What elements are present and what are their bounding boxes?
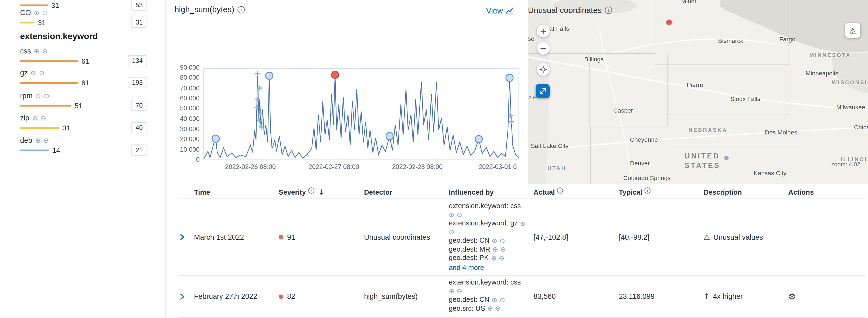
severity-dot <box>279 294 283 299</box>
row-actions-gear-button[interactable]: ⚙ <box>788 292 796 301</box>
facet-item-css: css⊕⊖61134 <box>20 47 147 67</box>
influencer-value: geo.dest: MR <box>449 245 490 254</box>
map-title-row: Unusual coordinates i <box>528 6 612 15</box>
facet-count: 61 <box>82 79 89 87</box>
column-header-time[interactable]: Time <box>194 188 279 196</box>
facet-label: CO <box>20 8 31 17</box>
map-label-state: NEBRASKA <box>689 126 727 133</box>
remove-influencer-filter-icon[interactable]: ⊖ <box>499 255 504 262</box>
add-influencer-filter-icon[interactable]: ⊕ <box>492 297 497 303</box>
map-label-city: Colorado Springs <box>623 175 671 181</box>
facet-value-bar <box>20 5 48 6</box>
remove-filter-icon[interactable]: ⊖ <box>43 137 49 144</box>
zoom-out-button[interactable]: − <box>537 42 550 55</box>
add-influencer-filter-icon[interactable]: ⊕ <box>491 255 496 262</box>
show-more-influencers-link[interactable]: and 4 more <box>449 263 529 271</box>
add-influencer-filter-icon[interactable]: ⊕ <box>492 237 497 244</box>
remove-filter-icon[interactable]: ⊖ <box>42 9 48 16</box>
expand-row-button[interactable] <box>178 293 186 300</box>
x-axis-tick-label: 2022-02-26 08:00 <box>211 163 289 170</box>
crosshair-icon <box>539 65 548 74</box>
facet-value-bar <box>20 105 71 106</box>
x-axis-tick-label: 2022-03-01 0 <box>459 163 537 170</box>
zoom-in-button[interactable]: + <box>537 25 550 37</box>
influenced-by-cell: extension.keyword: css⊕⊖extension.keywor… <box>449 199 533 274</box>
facet-label: css <box>20 47 31 55</box>
chevron-right-icon <box>178 293 186 300</box>
expand-map-button[interactable] <box>536 84 550 98</box>
remove-influencer-filter-icon[interactable]: ⊖ <box>457 288 462 295</box>
info-icon[interactable]: i <box>605 6 612 14</box>
add-filter-icon[interactable]: ⊕ <box>34 9 39 16</box>
facet-total-badge: 31 <box>131 17 147 28</box>
y-axis-tick-label: 50,000 <box>180 105 200 113</box>
y-axis-tick-label: 20,000 <box>180 136 200 144</box>
anomalies-table: Time Severity i ↓ Detector Influenced by… <box>178 186 865 318</box>
facet-value-bar <box>20 22 34 24</box>
expand-row-button[interactable] <box>178 233 186 241</box>
multibucket-marker <box>255 71 260 77</box>
add-influencer-filter-icon[interactable]: ⊕ <box>487 305 493 312</box>
anomaly-timeseries-chart[interactable] <box>204 68 518 160</box>
column-header-influenced-by[interactable]: Influenced by <box>449 188 533 196</box>
remove-influencer-filter-icon[interactable]: ⊖ <box>499 297 505 303</box>
facet-total-badge: 193 <box>128 77 147 88</box>
anomaly-marker-warning[interactable] <box>212 135 219 142</box>
remove-filter-icon[interactable]: ⊖ <box>44 92 50 99</box>
facet-count: 31 <box>62 124 70 132</box>
column-header-actual[interactable]: Actual i <box>533 188 619 196</box>
add-influencer-filter-icon[interactable]: ⊕ <box>520 220 526 227</box>
remove-filter-icon[interactable]: ⊖ <box>42 48 48 55</box>
chart-y-axis: 010,00020,00030,00040,00050,00060,00070,… <box>159 0 200 167</box>
add-filter-icon[interactable]: ⊕ <box>32 115 38 121</box>
anomaly-marker-warning[interactable] <box>506 74 513 82</box>
add-filter-icon[interactable]: ⊕ <box>30 69 36 76</box>
map-label-city: Pierre <box>687 82 703 88</box>
remove-filter-icon[interactable]: ⊖ <box>39 69 44 76</box>
add-influencer-filter-icon[interactable]: ⊕ <box>492 246 498 253</box>
map-warning-button[interactable]: ⚠ <box>845 23 860 38</box>
map-panel: Great FallssoMinotBismarckFargoMINNESOTA… <box>528 0 868 184</box>
add-influencer-filter-icon[interactable]: ⊕ <box>449 288 454 295</box>
severity-value: 82 <box>287 292 295 301</box>
influencer-value: geo.src: US <box>449 304 485 313</box>
map-label-state: WISCONSIN <box>832 79 868 85</box>
add-filter-icon[interactable]: ⊕ <box>34 48 39 55</box>
anomaly-marker-warning[interactable] <box>475 136 483 143</box>
influencer-value: extension.keyword: gz <box>449 219 518 228</box>
info-icon[interactable]: i <box>238 6 245 13</box>
facet-total-badge: 134 <box>128 55 147 66</box>
map-title: Unusual coordinates <box>528 6 602 15</box>
anomaly-marker-warning[interactable] <box>266 72 273 79</box>
set-view-button[interactable] <box>537 63 550 76</box>
influencer-value: extension.keyword: css <box>449 278 521 287</box>
map-label-state: UTAH <box>548 165 566 171</box>
remove-influencer-filter-icon[interactable]: ⊖ <box>495 305 501 312</box>
anomaly-location-dot[interactable] <box>666 20 672 25</box>
add-filter-icon[interactable]: ⊕ <box>35 92 41 99</box>
map-label-city: Des Moines <box>765 129 797 136</box>
column-header-description[interactable]: Description <box>704 188 788 196</box>
remove-filter-icon[interactable]: ⊖ <box>40 115 46 121</box>
description-text: 4x higher <box>713 292 743 301</box>
remove-influencer-filter-icon[interactable]: ⊖ <box>457 212 462 219</box>
facet-total-badge: 70 <box>131 100 147 111</box>
column-header-detector[interactable]: Detector <box>364 188 449 196</box>
anomaly-marker-warning[interactable] <box>386 133 393 140</box>
map-label-country: STATES <box>684 161 720 170</box>
column-header-severity[interactable]: Severity i ↓ <box>279 188 364 196</box>
facet-label: gz <box>20 68 28 77</box>
column-header-typical[interactable]: Typical i <box>619 188 704 196</box>
view-chart-link[interactable]: View <box>486 6 514 15</box>
map-zoom-level: zoom: 4.02 <box>831 161 860 167</box>
remove-influencer-filter-icon[interactable]: ⊖ <box>499 237 505 244</box>
influencer-value: extension.keyword: css <box>449 202 521 210</box>
secondary-location-dot[interactable] <box>724 155 729 160</box>
actual-cell: [47,-102.8] <box>533 231 619 243</box>
add-influencer-filter-icon[interactable]: ⊕ <box>449 212 454 219</box>
anomaly-marker-critical[interactable] <box>331 71 339 78</box>
remove-influencer-filter-icon[interactable]: ⊖ <box>500 246 506 253</box>
y-axis-tick-label: 0 <box>196 156 199 164</box>
remove-influencer-filter-icon[interactable]: ⊖ <box>449 229 454 236</box>
add-filter-icon[interactable]: ⊕ <box>35 137 41 144</box>
